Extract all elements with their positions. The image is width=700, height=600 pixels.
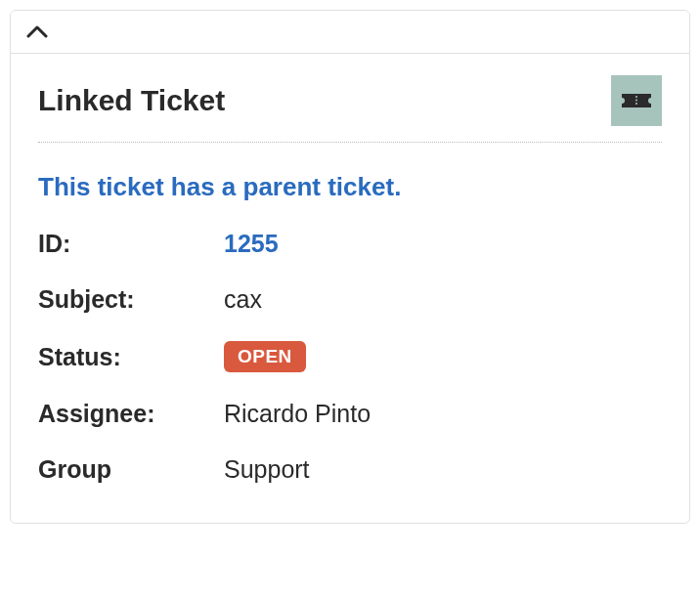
status-badge: OPEN xyxy=(224,341,306,372)
id-label: ID: xyxy=(38,230,224,258)
parent-ticket-notice: This ticket has a parent ticket. xyxy=(38,172,662,202)
panel-collapse-header[interactable] xyxy=(11,11,689,54)
linked-ticket-panel: Linked Ticket This ticket has a parent t… xyxy=(10,10,690,524)
group-value: Support xyxy=(224,455,310,484)
field-row-status: Status: OPEN xyxy=(38,341,662,372)
field-row-group: Group Support xyxy=(38,455,662,484)
chevron-up-icon xyxy=(26,21,48,43)
title-row: Linked Ticket xyxy=(38,75,662,143)
field-row-assignee: Assignee: Ricardo Pinto xyxy=(38,400,662,428)
status-value: OPEN xyxy=(224,341,306,372)
panel-title: Linked Ticket xyxy=(38,84,225,117)
group-label: Group xyxy=(38,455,224,484)
field-row-subject: Subject: cax xyxy=(38,285,662,314)
subject-value: cax xyxy=(224,285,262,314)
subject-label: Subject: xyxy=(38,285,224,314)
assignee-label: Assignee: xyxy=(38,400,224,428)
field-row-id: ID: 1255 xyxy=(38,230,662,258)
panel-body: Linked Ticket This ticket has a parent t… xyxy=(11,54,689,523)
status-label: Status: xyxy=(38,343,224,371)
ticket-icon xyxy=(611,75,662,126)
id-value-link[interactable]: 1255 xyxy=(224,230,279,258)
assignee-value: Ricardo Pinto xyxy=(224,400,371,428)
